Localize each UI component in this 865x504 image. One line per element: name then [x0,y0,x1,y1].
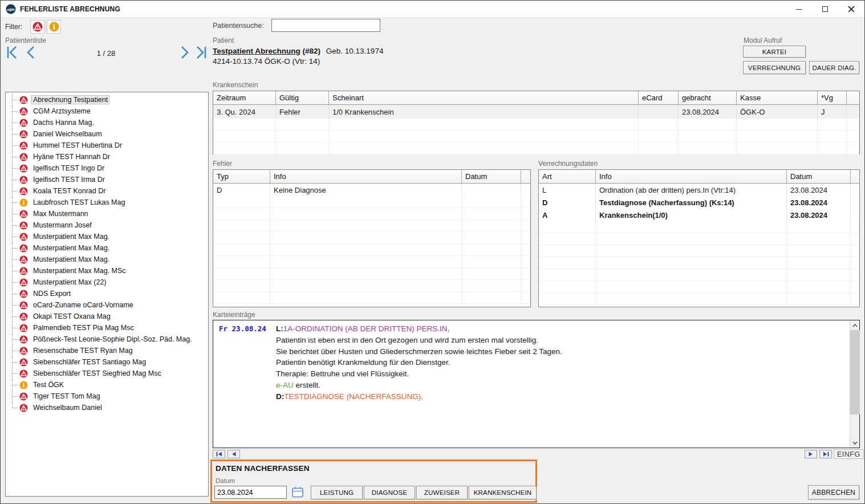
patient-list[interactable]: Abrechnung TestpatientCGM ArztsystemeDac… [5,92,209,497]
table-cell [847,105,859,119]
fehler-header[interactable]: TypInfoDatum [213,170,530,184]
column-header[interactable]: Art [539,170,596,183]
close-button[interactable] [838,1,864,18]
column-header[interactable] [851,170,859,183]
abbrechen-button[interactable]: ABBRECHEN [808,485,859,499]
patient-list-item[interactable]: Siebenschläfer TEST Santiago Mag [6,356,208,368]
diagnose-button[interactable]: DIAGNOSE [364,486,415,499]
column-header[interactable]: Zeitraum [213,91,276,104]
empty-row [539,281,859,293]
patient-list-item[interactable]: Musterpatient Max (22) [6,277,208,288]
tree-connector [13,248,18,249]
calendar-button[interactable] [290,486,305,499]
patient-list-item[interactable]: Siebenschläfer TEST Siegfried Mag Msc [6,368,208,379]
krankenschein-nacherfassen-button[interactable]: KRANKENSCHEIN [469,486,537,499]
column-header[interactable]: Datum [787,170,851,183]
patient-list-item[interactable]: Laubfrosch TEST Lukas Mag [6,197,208,208]
scrollbar-thumb[interactable] [850,330,860,414]
kartei-button[interactable]: KARTEI [743,46,806,58]
patient-position: 1 / 28 [72,49,140,58]
next-patient-button[interactable] [176,45,192,61]
patient-list-item[interactable]: Hyäne TEST Hannah Dr [6,151,208,162]
column-header[interactable]: Datum [462,170,521,183]
previous-patient-button[interactable] [23,45,39,61]
skip-end-icon [823,452,829,457]
patient-list-item[interactable]: Tiger TEST Tom Mag [6,391,208,402]
maximize-button[interactable] [812,1,838,18]
filter-error-button[interactable] [30,20,44,34]
verrechnungsdaten-header[interactable]: ArtInfoDatum [539,170,859,184]
kartei-first-button[interactable] [213,450,225,458]
patient-list-item[interactable]: Weichselbaum Daniel [6,402,208,413]
info-icon [19,198,28,207]
krankenschein-header[interactable]: ZeitraumGültigScheinarteCardgebrachtKass… [213,91,859,105]
table-cell [539,221,596,233]
tree-connector [13,134,18,135]
patient-list-item[interactable]: NDS Export [6,288,208,299]
column-header[interactable]: gebracht [679,91,737,104]
patient-list-item[interactable]: Okapi TEST Oxana Mag [6,311,208,322]
kartei-scrollbar[interactable] [850,320,859,448]
column-header[interactable] [521,170,530,183]
patient-list-item[interactable]: Musterpatient Max Mag. [6,231,208,242]
column-header[interactable]: Scheinart [329,91,639,104]
dauer-diag-button[interactable]: DAUER DIAG. [809,61,859,74]
column-header[interactable] [847,91,859,104]
minimize-button[interactable] [786,1,812,18]
verrechnung-row[interactable]: DTestdiagnose (Nacherfassung) (Ks:14)23.… [539,196,859,209]
patient-list-item[interactable]: Musterpatient Max Mag. MSc [6,265,208,277]
patient-list-item[interactable]: Musterpatient Max Mag. [6,254,208,265]
zuweiser-button[interactable]: ZUWEISER [416,486,468,499]
patient-list-item[interactable]: oCard-Zuname oCard-Vorname [6,299,208,311]
table-cell [851,245,859,257]
table-cell: Krankenschein(1/0) [596,209,787,221]
patient-list-item[interactable]: Abrechnung Testpatient [6,94,208,105]
patient-list-item[interactable]: Koala TEST Konrad Dr [6,185,208,197]
patient-list-item[interactable]: Riesenschabe TEST Ryan Mag [6,345,208,356]
first-patient-button[interactable] [5,45,21,61]
kartei-last-button[interactable] [819,450,832,458]
patient-list-item[interactable]: Pößneck-Test Leonie-Sophie Dipl.-Soz. Pä… [6,334,208,345]
patient-list-item[interactable]: Daniel Weichselbaum [6,128,208,140]
krankenschein-row[interactable]: 3. Qu. 2024Fehler1/0 Krankenschein23.08.… [213,105,859,119]
leistung-button[interactable]: LEISTUNG [311,486,363,499]
patient-list-item[interactable]: Igelfisch TEST Irma Dr [6,174,208,185]
table-cell [270,244,462,255]
table-cell [596,281,787,292]
patient-list-item[interactable]: Musterpatient Max Mag. [6,242,208,254]
patient-list-item[interactable]: Mustermann Josef [6,220,208,231]
kartei-entry[interactable]: Fr 23.08.24 L:1A-ORDINATION (AB DER DRIT… [213,320,850,448]
column-header[interactable]: eCard [639,91,679,104]
patient-list-item[interactable]: Test ÖGK [6,379,208,391]
scroll-up-button[interactable] [850,320,860,330]
table-cell [851,233,859,245]
last-patient-button[interactable] [192,45,208,61]
patient-list-item[interactable]: CGM Arztsysteme [6,105,208,117]
scroll-down-button[interactable] [850,438,860,448]
patient-list-item[interactable]: Hummel TEST Hubertina Dr [6,140,208,151]
column-header[interactable]: Info [270,170,462,183]
table-cell [639,119,679,130]
fehler-row[interactable]: DKeine Diagnose [213,184,530,196]
patient-search-input[interactable] [271,19,380,32]
column-header[interactable]: *Vg [818,91,847,104]
verrechnung-row[interactable]: LOrdination (ab der dritten) pers.In (Vt… [539,184,859,196]
verrechnung-row[interactable]: AKrankenschein(1/0)23.08.2024 [539,209,859,221]
column-header[interactable]: Info [596,170,787,183]
tree-connector [13,111,18,112]
table-cell [639,143,679,154]
patient-list-item[interactable]: Igelfisch TEST Ingo Dr [6,162,208,174]
verrechnung-button[interactable]: VERRECHNUNG [743,61,806,74]
patient-list-item[interactable]: Palmendieb TEST Pia Mag Msc [6,322,208,334]
kartei-next-button[interactable] [805,450,817,458]
patient-list-item[interactable]: Max Mustermann [6,208,208,220]
column-header[interactable]: Gültig [276,91,329,104]
column-header[interactable]: Typ [213,170,270,183]
datum-input[interactable] [214,486,287,499]
filter-info-button[interactable] [47,20,61,34]
table-cell [787,293,851,304]
kartei-previous-button[interactable] [228,450,240,458]
patient-list-item[interactable]: Dachs Hanna Mag. [6,117,208,128]
table-cell [521,256,530,267]
column-header[interactable]: Kasse [737,91,818,104]
